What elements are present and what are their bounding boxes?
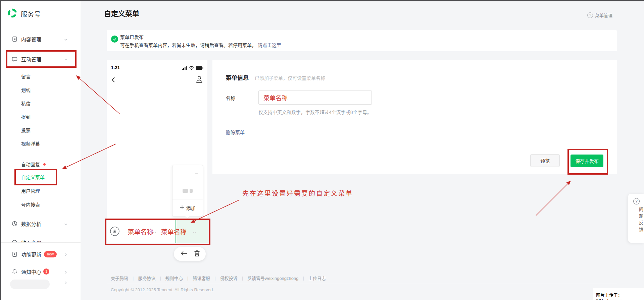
- document-icon: [12, 36, 17, 42]
- sidebar-item-interact-mgmt[interactable]: 互动管理: [1, 53, 81, 65]
- watermark-text: 图片上传于：28life.com: [596, 292, 644, 300]
- menu-name-annotation: 菜单名称: [128, 227, 153, 236]
- sidebar-item-label: 内容管理: [21, 36, 41, 43]
- phone-preview: 1:21 添加: [107, 60, 207, 242]
- sidebar-item-account-search[interactable]: 号内搜索: [1, 199, 101, 210]
- keyboard-icon[interactable]: [110, 226, 120, 238]
- footer-link-feedback-account[interactable]: 反馈官号weixingongzhong: [247, 275, 298, 281]
- unread-dot: [43, 163, 46, 166]
- sidebar-item-mentions[interactable]: 提到: [1, 111, 101, 122]
- erased-text: [193, 232, 196, 233]
- sidebar-item-private-msg[interactable]: 私信: [1, 98, 101, 109]
- sidebar-item-notification-center[interactable]: 通知中心 1: [1, 266, 81, 277]
- battery-icon: [196, 65, 203, 71]
- footer-link-about[interactable]: 关于腾讯: [111, 275, 128, 281]
- chevron-right-icon: [64, 280, 68, 286]
- sidebar: 服务号 内容管理 互动管理 留言 划线 私信 提到 投票 视频弹幕 自动回复 自…: [1, 1, 81, 300]
- published-banner: 菜单已发布 可在手机查看菜单内容，若尚未生效，请稍后查看。若停用菜单， 请点击这…: [107, 30, 617, 51]
- question-icon: ?: [633, 198, 640, 204]
- footer-links: 关于腾讯| 服务协议| 规则中心| 腾讯客服| 侵权投诉| 反馈官号weixin…: [111, 275, 326, 281]
- sidebar-item-custom-menu[interactable]: 自定义菜单: [1, 171, 101, 183]
- phone-menu-bar: 菜单名称 菜单名称: [107, 220, 207, 243]
- chevron-right-icon: [64, 252, 68, 258]
- sidebar-item-underline[interactable]: 划线: [1, 84, 101, 96]
- erased-text: [183, 189, 193, 193]
- footer-link-upload-log[interactable]: 上传日志: [308, 275, 326, 281]
- submenu-item-redacted[interactable]: [172, 182, 203, 199]
- brand: 服务号: [7, 8, 41, 19]
- footer-divider: [107, 283, 617, 283]
- sidebar-item-user-mgmt[interactable]: 用户管理: [1, 185, 101, 196]
- chevron-right-icon: [64, 269, 68, 276]
- name-rule-hint: 仅支持中英文和数字，字数不超过4个汉字或8个字母。: [258, 109, 372, 115]
- menu-slot-1[interactable]: 菜单名称: [123, 220, 158, 243]
- trash-icon[interactable]: [194, 250, 200, 258]
- watermark-strip: 图片上传于：28life.com: [593, 288, 644, 300]
- menu-management-link[interactable]: ? 菜单管理: [587, 12, 612, 18]
- submenu-popup: 添加: [172, 165, 203, 217]
- preview-button[interactable]: 预览: [530, 154, 560, 167]
- sidebar-item-feature-update[interactable]: 功能更新 new: [1, 248, 81, 260]
- form-footer-divider: [212, 150, 617, 150]
- name-label: 名称: [226, 95, 235, 101]
- sidebar-item-content-mgmt[interactable]: 内容管理: [1, 33, 81, 45]
- sidebar-item-video-danmu[interactable]: 视频弹幕: [1, 138, 101, 149]
- brand-name: 服务号: [21, 9, 41, 18]
- chevron-down-icon: [64, 222, 68, 228]
- new-badge: new: [44, 251, 57, 257]
- section-title: 菜单信息: [226, 73, 249, 81]
- save-publish-button[interactable]: 保存并发布: [571, 155, 603, 167]
- banner-description: 可在手机查看菜单内容，若尚未生效，请稍后查看。若停用菜单， 请点击这里: [120, 42, 281, 48]
- sidebar-divider: [1, 27, 81, 27]
- signal-icon: [182, 65, 187, 71]
- menubar-divider: [121, 226, 121, 237]
- screenshot-top-edge: [0, 0, 644, 1]
- arrow-to-save-button: [536, 181, 571, 216]
- menu-management-label: 菜单管理: [595, 12, 612, 18]
- footer-link-terms[interactable]: 服务协议: [138, 275, 155, 281]
- disable-menu-link[interactable]: 请点击这里: [258, 43, 281, 48]
- menu-name-input[interactable]: [258, 91, 372, 105]
- section-hint: 已添加子菜单，仅可设置菜单名称: [255, 74, 325, 81]
- chat-bubble-icon: [12, 56, 17, 62]
- sidebar-item-auto-reply[interactable]: 自动回复: [1, 159, 101, 170]
- feedback-label: 问题反馈: [628, 207, 644, 234]
- submenu-item-empty[interactable]: [172, 165, 203, 182]
- notification-count-badge: 1: [43, 268, 49, 275]
- service-account-logo-icon: [7, 8, 17, 19]
- menu-name-annotation: 菜单名称: [161, 227, 187, 236]
- back-arrow-icon[interactable]: [180, 250, 188, 258]
- sidebar-item-data-analysis[interactable]: 数据分析: [1, 218, 81, 229]
- footer-link-rules[interactable]: 规则中心: [165, 275, 183, 281]
- status-time: 1:21: [111, 65, 120, 70]
- sidebar-item-comments[interactable]: 留言: [1, 71, 101, 82]
- menu-info-panel: 菜单信息 已添加子菜单，仅可设置菜单名称 名称 仅支持中英文和数字，字数不超过4…: [212, 60, 617, 174]
- footer-copyright: Copyright © 2012-2025 Tencent. All Right…: [111, 287, 214, 292]
- sidebar-item-label: 互动管理: [21, 56, 41, 63]
- delete-menu-link[interactable]: 删除菜单: [226, 129, 245, 135]
- success-check-icon: [111, 36, 118, 43]
- screenshot-left-edge: [0, 0, 1, 300]
- pie-chart-icon: [12, 221, 17, 227]
- footer-link-infringement[interactable]: 侵权投诉: [220, 275, 238, 281]
- bell-icon: [12, 269, 17, 275]
- erased-text: [195, 173, 198, 174]
- account-item-redacted[interactable]: [10, 280, 50, 289]
- feature-book-icon: [12, 251, 17, 257]
- footer-link-support[interactable]: 腾讯客服: [193, 275, 210, 281]
- menu-slot-2-selected[interactable]: 菜单名称: [157, 220, 191, 243]
- erased-text: [153, 232, 156, 233]
- annotation-tip-text: 先在这里设置好需要的自定义菜单: [242, 188, 353, 197]
- wifi-icon: [189, 65, 194, 71]
- banner-title: 菜单已发布: [120, 34, 144, 40]
- page-title: 自定义菜单: [104, 8, 139, 18]
- add-label: 添加: [186, 204, 196, 211]
- profile-person-icon[interactable]: [195, 75, 203, 85]
- sidebar-sub-divider: [7, 153, 75, 153]
- sidebar-item-votes[interactable]: 投票: [1, 124, 101, 136]
- feedback-float-button[interactable]: ? 问题反馈: [628, 194, 644, 243]
- plus-icon: [180, 205, 184, 211]
- chevron-up-icon: [64, 57, 68, 63]
- back-chevron-icon[interactable]: [110, 76, 117, 85]
- chevron-down-icon: [64, 37, 68, 43]
